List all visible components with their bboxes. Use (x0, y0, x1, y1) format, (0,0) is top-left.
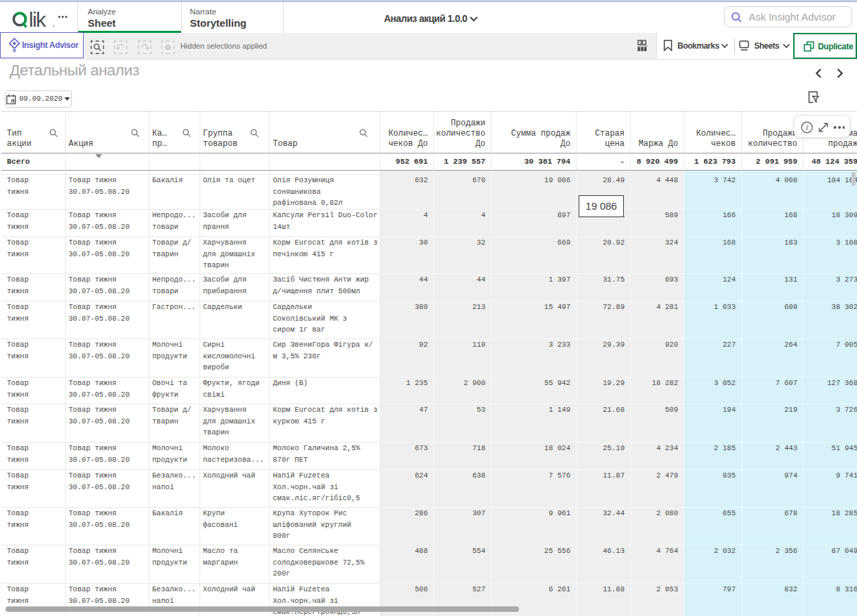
svg-text:i: i (806, 123, 808, 132)
svg-text:lik: lik (29, 8, 47, 31)
